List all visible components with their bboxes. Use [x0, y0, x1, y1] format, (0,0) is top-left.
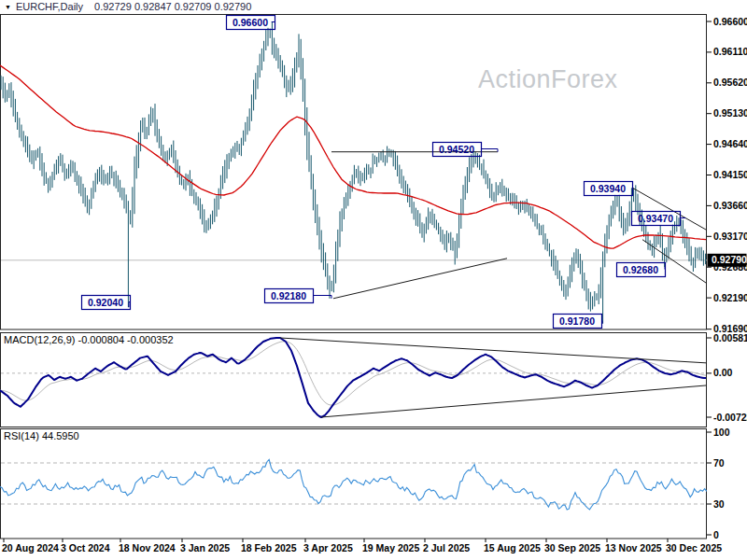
date-label: 3 Oct 2024 — [61, 542, 110, 553]
macd-axis-tick: 0.005814 — [713, 332, 747, 343]
rsi-axis-tick: 30 — [713, 498, 725, 510]
trend-line — [333, 259, 507, 299]
rsi-axis-tick: 0 — [713, 529, 719, 540]
label-connector — [129, 302, 130, 308]
date-label: 3 Jan 2025 — [180, 542, 230, 553]
date-label: 30 Dec 2025 — [666, 542, 722, 553]
macd-axis-tick: -0.007222 — [713, 412, 747, 423]
date-label: 3 Apr 2025 — [303, 542, 353, 553]
date-label: 18 Feb 2025 — [241, 542, 297, 553]
label-connector — [313, 296, 331, 299]
date-label: 19 May 2025 — [362, 542, 419, 553]
date-label: 20 Aug 2024 — [2, 542, 59, 553]
price-axis-tick: 0.94150 — [713, 169, 747, 180]
price-level-label: 0.92180 — [271, 290, 306, 301]
moving-average-line — [0, 65, 706, 248]
price-level-label: 0.94520 — [439, 144, 474, 155]
macd-axis-tick: 0.00 — [713, 367, 733, 378]
macd-trend-line — [321, 385, 707, 417]
price-level-label: 0.92040 — [88, 297, 123, 308]
price-level-label: 0.91780 — [559, 315, 595, 327]
ohlc-values: 0.92729 0.92847 0.92709 0.92790 — [94, 1, 251, 12]
label-connector — [272, 21, 275, 22]
price-level-label: 0.93470 — [638, 213, 673, 224]
price-axis-tick: 0.93170 — [713, 231, 747, 242]
price-level-label: 0.92680 — [623, 264, 658, 275]
current-price-badge-text: 0.92790 — [712, 254, 747, 265]
price-axis-tick: 0.95130 — [713, 107, 747, 119]
date-label: 2 Jul 2025 — [423, 542, 470, 553]
rsi-line — [0, 459, 707, 510]
macd-line — [0, 338, 706, 417]
price-axis-tick: 0.96600 — [713, 16, 747, 27]
price-level-label: 0.96600 — [233, 17, 268, 28]
chart-canvas[interactable]: 0.966000.920400.921800.945200.939400.934… — [0, 0, 747, 560]
trading-chart-window: ▼EURCHF,Daily0.92729 0.92847 0.92709 0.9… — [0, 0, 747, 560]
rsi-axis-tick: 100 — [713, 427, 730, 438]
symbol-timeframe: EURCHF,Daily — [16, 1, 83, 12]
price-axis-tick: 0.94640 — [713, 138, 747, 149]
price-axis-tick: 0.93660 — [713, 200, 747, 211]
chart-header: ▼EURCHF,Daily0.92729 0.92847 0.92709 0.9… — [0, 0, 747, 14]
rsi-axis-tick: 70 — [713, 457, 725, 469]
price-axis-tick: 0.92190 — [713, 292, 747, 303]
macd-signal-line — [0, 342, 706, 405]
date-label: 15 Aug 2025 — [484, 542, 541, 553]
collapse-triangle-icon[interactable]: ▼ — [5, 1, 11, 14]
price-level-label: 0.93940 — [590, 183, 626, 194]
date-label: 30 Sep 2025 — [544, 542, 600, 553]
macd-header: MACD(12,26,9) -0.000804 -0.000352 — [4, 334, 174, 345]
rsi-header: RSI(14) 44.5950 — [4, 430, 79, 441]
price-axis-tick: 0.96110 — [713, 46, 747, 57]
price-axis-tick: 0.95620 — [713, 77, 747, 88]
panel-frame — [1, 429, 707, 539]
date-label: 18 Nov 2024 — [119, 542, 176, 553]
price-bars — [1, 21, 706, 324]
date-label: 13 Nov 2025 — [605, 542, 662, 553]
